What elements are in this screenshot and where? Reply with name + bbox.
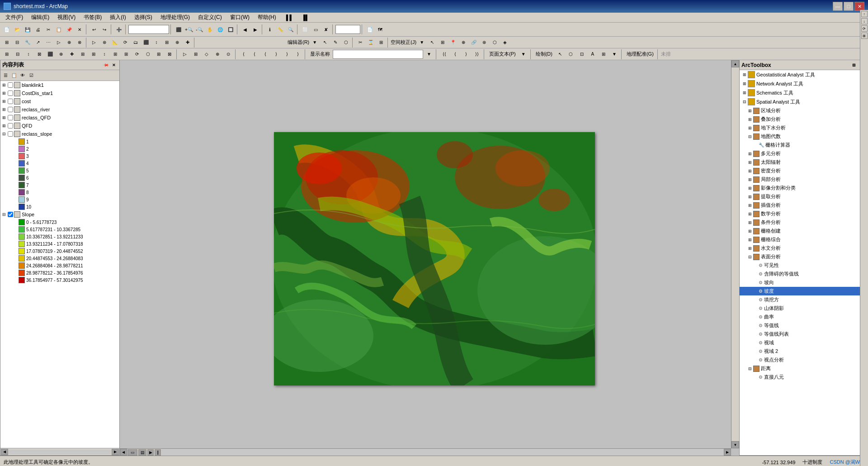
tool13[interactable]: 🗂 (131, 38, 141, 48)
spatial-btn8[interactable]: ◈ (500, 38, 510, 48)
tool-visibility[interactable]: ⚙ 可见性 (740, 261, 868, 270)
vscroll-up[interactable]: ▲ (731, 60, 739, 67)
minimize-button[interactable]: — (833, 2, 843, 11)
toolbox-content[interactable]: ⊞ Geostatistical Analyst 工具 ⊞ Network An… (740, 70, 868, 455)
display-name-dd-btn[interactable]: ▼ (424, 49, 434, 59)
tool15[interactable]: ↕ (151, 38, 161, 48)
layer-blanklink1[interactable]: ⊞ blanklink1 (0, 81, 119, 89)
tool8[interactable]: ⊗ (75, 38, 85, 48)
zoom-out-button[interactable]: -🔍 (194, 24, 204, 34)
expand-qfd[interactable]: ⊞ (1, 123, 7, 128)
r3-nav3[interactable]: ⟩ (461, 49, 471, 59)
expand-interpolate[interactable]: ⊞ (747, 202, 753, 209)
expand-blanklink1[interactable]: ⊞ (1, 82, 7, 88)
back-extent-button[interactable]: ◀ (240, 24, 250, 34)
menu-extra2[interactable]: ▐▌ (298, 14, 313, 22)
tool-network[interactable]: ⊞ Network Analyst 工具 (740, 79, 868, 88)
toc-scroll-left[interactable]: ◀ (1, 449, 8, 455)
menu-insert[interactable]: 插入(I) (106, 13, 129, 22)
map-play-btn[interactable]: ▶ (147, 449, 154, 456)
maximize-button[interactable]: □ (844, 2, 854, 11)
toc-pin[interactable]: 📌 (102, 62, 109, 69)
add-data-button[interactable]: ➕ (114, 24, 124, 34)
menu-customize[interactable]: 自定义(C) (194, 13, 226, 22)
tool-raster-create[interactable]: ⊞ 栅格创建 (740, 227, 868, 235)
tool-imgseg[interactable]: ⊞ 影像分割和分类 (740, 184, 868, 192)
r3-btn21[interactable]: ⊙ (223, 49, 233, 59)
map-vscrollbar[interactable]: ▲ ▼ (731, 60, 739, 448)
edit-btn3[interactable]: ⬡ (341, 38, 351, 48)
spatial-btn2[interactable]: ⊞ (438, 38, 448, 48)
expand-surface[interactable]: ⊟ (747, 254, 753, 260)
save-button[interactable]: 💾 (23, 24, 33, 34)
select-button[interactable]: 🔲 (226, 24, 236, 34)
check-blanklink1[interactable] (8, 82, 13, 88)
tool10[interactable]: ⊛ (99, 38, 109, 48)
menu-geoprocess[interactable]: 地理处理(G) (157, 13, 193, 22)
full-extent-button[interactable]: ⬛ (174, 24, 184, 34)
tool-conditional[interactable]: ⊞ 条件分析 (740, 218, 868, 227)
expand-extract[interactable]: ⊞ (747, 194, 753, 200)
spatial-btn7[interactable]: ⬡ (490, 38, 500, 48)
globe-button[interactable]: 🌐 (215, 24, 225, 34)
spatial-btn3[interactable]: 📍 (448, 38, 458, 48)
r3-btn23[interactable]: ⟨ (250, 49, 259, 59)
zoom-in-button[interactable]: +🔍 (184, 24, 194, 34)
tool-raster-calc[interactable]: 🔧 栅格计算器 (740, 141, 868, 149)
map-hscrollbar[interactable]: ◀ ▭ ▤ ▶ ‖ ▶ (120, 448, 731, 456)
tool14[interactable]: ⬛ (141, 38, 151, 48)
expand-generalize[interactable]: ⊞ (747, 237, 753, 243)
spatial-dropdown[interactable]: ▼ (417, 38, 427, 48)
tool-hydro[interactable]: ⊞ 水文分析 (740, 244, 868, 252)
toc-content[interactable]: ⊞ blanklink1 ⊞ CostDis_star1 ⊞ cost (0, 81, 119, 448)
menu-extra1[interactable]: ▐ ▌ (281, 14, 297, 22)
tool1[interactable]: ⊞ (2, 38, 12, 48)
tool12[interactable]: ⟳ (120, 38, 130, 48)
vscroll-down[interactable]: ▼ (731, 441, 739, 448)
r3-btn10[interactable]: ↕ (99, 49, 109, 59)
r3-btn26[interactable]: ⟩ (282, 49, 292, 59)
r3-nav4[interactable]: ⟩⟩ (472, 49, 482, 59)
r3-nav2[interactable]: ⟨ (450, 49, 460, 59)
menu-select[interactable]: 选择(S) (131, 13, 156, 22)
draw-text[interactable]: A (588, 49, 598, 59)
tool17[interactable]: ⊕ (172, 38, 182, 48)
tool3[interactable]: 🔧 (23, 38, 33, 48)
expand-mapalgebra[interactable]: ⊟ (747, 133, 753, 140)
menu-edit[interactable]: 编辑(E) (28, 13, 53, 22)
r3-btn4[interactable]: ⊠ (34, 49, 44, 59)
r3-btn22[interactable]: ⟨ (239, 49, 249, 59)
tool11[interactable]: 📐 (110, 38, 120, 48)
r3-btn25[interactable]: ⟩ (271, 49, 281, 59)
tool-slope[interactable]: ⚙ 坡度 (740, 287, 868, 295)
r3-btn20[interactable]: ⊕ (212, 49, 222, 59)
tool-curvature[interactable]: ⚙ 曲率 (740, 313, 868, 321)
spatial-btn4[interactable]: ⊕ (458, 38, 468, 48)
r3-btn11[interactable]: ⊞ (110, 49, 120, 59)
r3-btn27[interactable]: ⟩ (293, 49, 303, 59)
select-features-button[interactable]: ⬜ (300, 24, 310, 34)
expand-raster-create[interactable]: ⊞ (747, 228, 753, 234)
r3-btn14[interactable]: ⬡ (143, 49, 153, 59)
spatial-btn6[interactable]: ⊛ (479, 38, 489, 48)
cut-button[interactable]: ✂ (43, 24, 53, 34)
tool-solar[interactable]: ⊞ 太阳辐射 (740, 158, 868, 166)
map-data-btn[interactable]: ▤ (138, 449, 146, 456)
tool18[interactable]: ✚ (183, 38, 193, 48)
clear-select-button[interactable]: ✘ (321, 24, 331, 34)
expand-slope[interactable]: ⊟ (1, 212, 7, 217)
new-button[interactable]: 📄 (2, 24, 12, 34)
copy-button[interactable]: 📋 (54, 24, 64, 34)
edit-btn6[interactable]: ⊞ (376, 38, 386, 48)
tool-schematics[interactable]: ⊞ Schematics 工具 (740, 88, 868, 97)
tool-extract[interactable]: ⊞ 提取分析 (740, 192, 868, 201)
undo-button[interactable]: ↩ (89, 24, 99, 34)
tool-viewshed2[interactable]: ⚙ 视域 2 (740, 347, 868, 356)
layer-costdis[interactable]: ⊞ CostDis_star1 (0, 89, 119, 97)
expand-local[interactable]: ⊞ (747, 176, 753, 183)
expand-density[interactable]: ⊞ (747, 168, 753, 174)
tool-fillsink[interactable]: ⚙ 填挖方 (740, 295, 868, 304)
r3-btn6[interactable]: ⊕ (56, 49, 66, 59)
tool-viewpoint[interactable]: ⚙ 视点分析 (740, 356, 868, 364)
edit-btn5[interactable]: ⌛ (366, 38, 376, 48)
